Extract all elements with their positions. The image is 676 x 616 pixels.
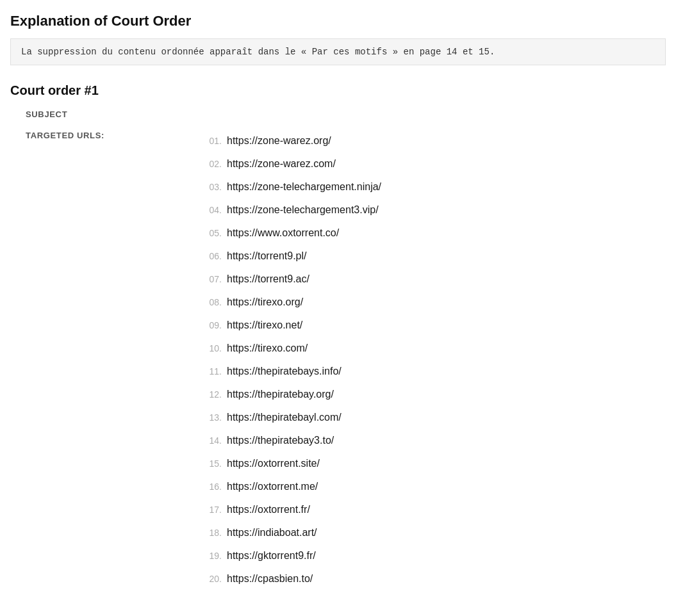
- url-link[interactable]: https://oxtorrent.me/: [227, 475, 318, 498]
- url-number: 18.: [199, 521, 222, 544]
- url-link[interactable]: https://oxtorrent.site/: [227, 452, 320, 475]
- url-number: 05.: [199, 222, 222, 245]
- url-link[interactable]: https://torrent9.pl/: [227, 245, 307, 268]
- list-item: 02.https://zone-warez.com/: [199, 152, 381, 175]
- court-order-title: Court order #1: [10, 83, 666, 98]
- subject-section: SUBJECT TARGETED URLS: 01.https://zone-w…: [26, 109, 666, 590]
- list-item: 12.https://thepiratebay.org/: [199, 383, 381, 406]
- url-link[interactable]: https://thepiratebays.info/: [227, 360, 342, 383]
- url-link[interactable]: https://gktorrent9.fr/: [227, 544, 316, 567]
- list-item: 03.https://zone-telechargement.ninja/: [199, 175, 381, 199]
- url-link[interactable]: https://www.oxtorrent.co/: [227, 222, 339, 245]
- url-number: 17.: [199, 498, 222, 521]
- url-link[interactable]: https://thepiratebay.org/: [227, 383, 334, 406]
- url-number: 19.: [199, 544, 222, 567]
- url-number: 10.: [199, 337, 222, 360]
- list-item: 08.https://tirexo.org/: [199, 291, 381, 314]
- url-link[interactable]: https://tirexo.net/: [227, 314, 302, 337]
- list-item: 07.https://torrent9.ac/: [199, 268, 381, 291]
- url-link[interactable]: https://tirexo.org/: [227, 291, 303, 314]
- list-item: 17.https://oxtorrent.fr/: [199, 498, 381, 521]
- list-item: 06.https://torrent9.pl/: [199, 245, 381, 268]
- list-item: 04.https://zone-telechargement3.vip/: [199, 199, 381, 222]
- list-item: 16.https://oxtorrent.me/: [199, 475, 381, 498]
- url-list: 01.https://zone-warez.org/02.https://zon…: [199, 129, 381, 590]
- targeted-urls-label: TARGETED URLS:: [26, 129, 199, 140]
- url-number: 09.: [199, 314, 222, 337]
- url-link[interactable]: https://indiaboat.art/: [227, 521, 317, 544]
- url-link[interactable]: https://zone-warez.com/: [227, 152, 336, 175]
- list-item: 13.https://thepiratebayl.com/: [199, 406, 381, 429]
- subject-label: SUBJECT: [26, 109, 666, 119]
- list-item: 18.https://indiaboat.art/: [199, 521, 381, 544]
- url-number: 15.: [199, 452, 222, 475]
- url-link[interactable]: https://thepiratebay3.to/: [227, 429, 334, 452]
- list-item: 20.https://cpasbien.to/: [199, 567, 381, 590]
- url-link[interactable]: https://zone-telechargement.ninja/: [227, 175, 381, 199]
- url-number: 06.: [199, 245, 222, 268]
- url-number: 13.: [199, 406, 222, 429]
- targeted-urls-row: TARGETED URLS: 01.https://zone-warez.org…: [26, 129, 666, 590]
- list-item: 15.https://oxtorrent.site/: [199, 452, 381, 475]
- url-number: 11.: [199, 360, 222, 383]
- url-link[interactable]: https://thepiratebayl.com/: [227, 406, 342, 429]
- list-item: 10.https://tirexo.com/: [199, 337, 381, 360]
- url-number: 02.: [199, 152, 222, 175]
- url-number: 14.: [199, 429, 222, 452]
- url-number: 04.: [199, 199, 222, 222]
- list-item: 19.https://gktorrent9.fr/: [199, 544, 381, 567]
- url-number: 03.: [199, 175, 222, 199]
- url-number: 20.: [199, 567, 222, 590]
- page-title: Explanation of Court Order: [10, 13, 666, 29]
- url-link[interactable]: https://torrent9.ac/: [227, 268, 309, 291]
- explanation-text-box: La suppression du contenu ordonnée appar…: [10, 38, 666, 65]
- url-link[interactable]: https://tirexo.com/: [227, 337, 308, 360]
- url-number: 12.: [199, 383, 222, 406]
- url-number: 08.: [199, 291, 222, 314]
- url-number: 16.: [199, 475, 222, 498]
- url-link[interactable]: https://zone-telechargement3.vip/: [227, 199, 379, 222]
- url-number: 07.: [199, 268, 222, 291]
- url-number: 01.: [199, 129, 222, 152]
- list-item: 05.https://www.oxtorrent.co/: [199, 222, 381, 245]
- url-link[interactable]: https://cpasbien.to/: [227, 567, 313, 590]
- list-item: 14.https://thepiratebay3.to/: [199, 429, 381, 452]
- url-link[interactable]: https://oxtorrent.fr/: [227, 498, 310, 521]
- list-item: 01.https://zone-warez.org/: [199, 129, 381, 152]
- list-item: 11.https://thepiratebays.info/: [199, 360, 381, 383]
- url-link[interactable]: https://zone-warez.org/: [227, 129, 331, 152]
- list-item: 09.https://tirexo.net/: [199, 314, 381, 337]
